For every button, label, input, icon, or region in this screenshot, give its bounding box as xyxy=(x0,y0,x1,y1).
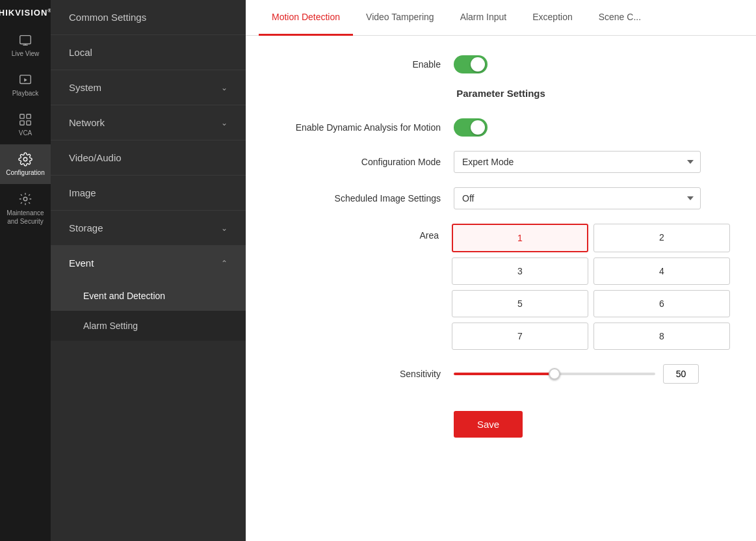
config-mode-label: Configuration Mode xyxy=(272,157,454,167)
sensitivity-label: Sensitivity xyxy=(272,369,454,379)
tab-motion-detection[interactable]: Motion Detection xyxy=(259,0,353,36)
scheduled-image-label: Scheduled Image Settings xyxy=(272,193,454,204)
sidebar-item-image[interactable]: Image xyxy=(51,176,246,211)
sidebar: Common Settings Local System ⌄ Network ⌄… xyxy=(51,0,246,541)
nav-vca[interactable]: VCA xyxy=(0,105,51,144)
sidebar-item-common-settings[interactable]: Common Settings xyxy=(51,0,246,35)
tab-scene-change[interactable]: Scene C... xyxy=(586,0,654,36)
sidebar-item-network[interactable]: Network ⌄ xyxy=(51,105,246,140)
sensitivity-container xyxy=(454,364,699,384)
sensitivity-slider[interactable] xyxy=(454,373,655,375)
content-area: Enable Parameter Settings Enable Dynamic… xyxy=(246,36,756,541)
scheduled-image-select[interactable]: Off xyxy=(454,187,701,209)
dynamic-analysis-row: Enable Dynamic Analysis for Motion xyxy=(272,118,730,137)
sidebar-item-event[interactable]: Event ⌃ xyxy=(51,246,246,281)
area-btn-3[interactable]: 3 xyxy=(452,257,588,285)
tab-exception[interactable]: Exception xyxy=(519,0,585,36)
config-mode-select[interactable]: Expert Mode xyxy=(454,151,701,173)
save-button[interactable]: Save xyxy=(454,411,523,438)
nav-live-view[interactable]: Live View xyxy=(0,25,51,65)
sensitivity-input[interactable] xyxy=(663,364,699,384)
sensitivity-row: Sensitivity xyxy=(272,364,730,384)
sidebar-item-video-audio[interactable]: Video/Audio xyxy=(51,140,246,176)
area-row: Area 1 2 3 4 5 6 xyxy=(272,224,730,350)
svg-rect-0 xyxy=(20,36,31,44)
area-btn-2[interactable]: 2 xyxy=(593,224,730,252)
area-btn-1[interactable]: 1 xyxy=(452,224,588,252)
area-btn-5[interactable]: 5 xyxy=(452,290,588,317)
nav-maintenance[interactable]: Maintenance and Security xyxy=(0,184,51,233)
enable-row: Enable xyxy=(272,55,730,73)
svg-marker-4 xyxy=(24,79,27,83)
dynamic-analysis-toggle[interactable] xyxy=(454,118,488,137)
save-row: Save xyxy=(272,398,730,438)
area-btn-6[interactable]: 6 xyxy=(593,290,730,317)
area-label: Area xyxy=(272,224,452,241)
chevron-up-icon: ⌃ xyxy=(221,259,228,268)
chevron-down-icon: ⌄ xyxy=(221,224,228,233)
chevron-down-icon: ⌄ xyxy=(221,118,228,127)
svg-rect-7 xyxy=(20,121,24,125)
tabs-bar: Motion Detection Video Tampering Alarm I… xyxy=(246,0,756,36)
dynamic-analysis-label: Enable Dynamic Analysis for Motion xyxy=(272,122,454,133)
sidebar-item-storage[interactable]: Storage ⌄ xyxy=(51,211,246,246)
parameter-settings-header: Parameter Settings xyxy=(272,88,730,104)
nav-playback-label: Playback xyxy=(12,90,39,97)
brand-name: HIKVISION® xyxy=(0,8,52,18)
config-mode-row: Configuration Mode Expert Mode xyxy=(272,151,730,173)
tab-alarm-input[interactable]: Alarm Input xyxy=(447,0,520,36)
nav-live-view-label: Live View xyxy=(12,50,40,57)
nav-vca-label: VCA xyxy=(19,129,33,137)
scheduled-image-row: Scheduled Image Settings Off xyxy=(272,187,730,209)
sidebar-sub-item-alarm-setting[interactable]: Alarm Setting xyxy=(51,311,246,341)
sidebar-item-local[interactable]: Local xyxy=(51,35,246,70)
toggle-thumb xyxy=(471,57,485,72)
main-content: Motion Detection Video Tampering Alarm I… xyxy=(246,0,756,541)
sidebar-item-system[interactable]: System ⌄ xyxy=(51,70,246,105)
logo: HIKVISION® xyxy=(0,0,51,25)
svg-rect-5 xyxy=(20,114,24,118)
svg-rect-6 xyxy=(27,114,31,118)
area-btn-8[interactable]: 8 xyxy=(593,323,730,350)
enable-label: Enable xyxy=(272,59,454,70)
nav-maintenance-label: Maintenance and Security xyxy=(3,209,48,226)
area-grid: 1 2 3 4 5 6 7 xyxy=(452,224,730,350)
icon-bar: HIKVISION® Live View Playback VCA xyxy=(0,0,51,541)
svg-rect-8 xyxy=(27,121,31,125)
tab-video-tampering[interactable]: Video Tampering xyxy=(353,0,447,36)
sidebar-sub-item-event-and-detection[interactable]: Event and Detection xyxy=(51,281,246,311)
svg-point-9 xyxy=(23,158,27,162)
area-btn-7[interactable]: 7 xyxy=(452,323,588,350)
parameter-settings-label: Parameter Settings xyxy=(272,88,730,104)
area-btn-4[interactable]: 4 xyxy=(593,257,730,285)
toggle-thumb-2 xyxy=(471,120,485,135)
nav-configuration[interactable]: Configuration xyxy=(0,144,51,184)
nav-playback[interactable]: Playback xyxy=(0,65,51,105)
svg-point-10 xyxy=(23,198,27,202)
chevron-down-icon: ⌄ xyxy=(221,83,228,92)
nav-configuration-label: Configuration xyxy=(6,169,44,176)
enable-toggle[interactable] xyxy=(454,55,488,73)
